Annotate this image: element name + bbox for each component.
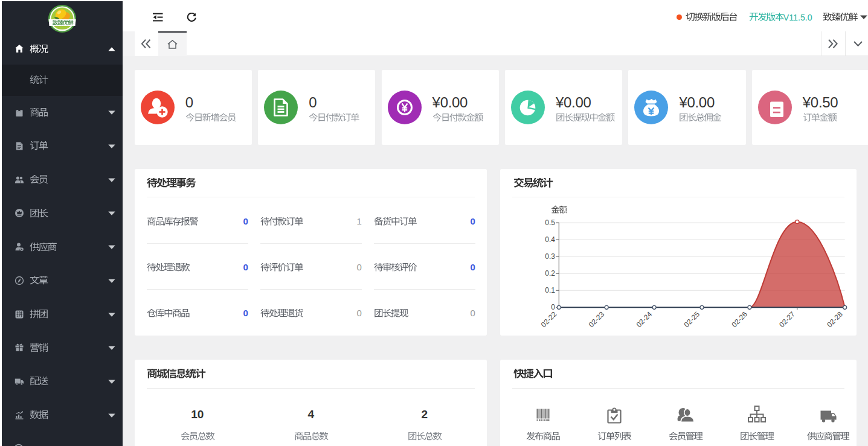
svg-text:V11.5.0: V11.5.0 [783, 13, 812, 22]
svg-text:02-27: 02-27 [778, 310, 797, 329]
svg-text:02-22: 02-22 [539, 310, 559, 329]
svg-text:02-25: 02-25 [683, 310, 702, 329]
svg-text:02-28: 02-28 [826, 310, 845, 329]
svg-text:0.3: 0.3 [545, 252, 556, 261]
svg-text:02-23: 02-23 [587, 310, 606, 329]
svg-text:0.1: 0.1 [545, 286, 556, 295]
svg-text:02-24: 02-24 [635, 310, 654, 329]
svg-text:0.5: 0.5 [545, 218, 556, 227]
svg-text:0.4: 0.4 [545, 235, 556, 244]
svg-text:0.2: 0.2 [545, 269, 556, 278]
svg-text:02-26: 02-26 [730, 310, 750, 329]
